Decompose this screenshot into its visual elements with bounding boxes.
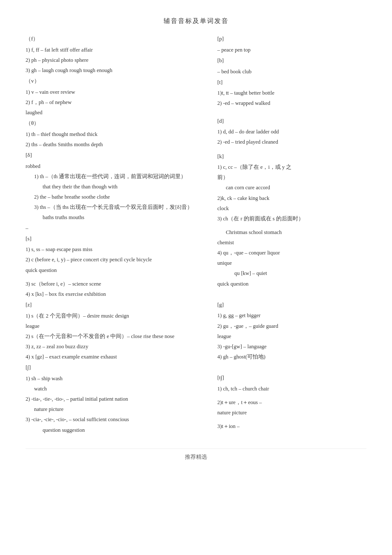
spacer	[217, 289, 366, 293]
content-line: 4) gh – ghost(可怕地)	[217, 352, 366, 362]
content-line: 3) sc（before i, e）– science scene	[26, 279, 209, 289]
section-header: [b]	[217, 55, 366, 66]
section-header: [δ]	[26, 150, 209, 161]
content-line: 1) ch, tch – church chair	[217, 384, 366, 394]
content-line: 2)t＋ure，t＋eous –	[217, 398, 366, 408]
content-line: unique	[217, 258, 366, 268]
content-line: 1) sh – ship wash	[26, 374, 209, 384]
content-line: 1)t, tt – taught better bottle	[217, 88, 366, 98]
content-line: 2) c (before e, i, y) – piece concert ci…	[26, 255, 209, 265]
content-line: 3) z, zz – zeal zoo buzz dizzy	[26, 342, 209, 352]
content-line: 2) the – bathe breathe soothe clothe	[26, 192, 209, 202]
section-header: [p]	[217, 34, 366, 44]
content-line: 1) c, cc –（除了在 e，i，或 y 之	[217, 162, 366, 172]
content-line: 3) -cia-, -cie-, -cio-, – social suffici…	[26, 415, 209, 425]
spacer	[217, 224, 366, 228]
section-header: （f）	[26, 34, 209, 44]
content-line: 3) gh – laugh cough rough tough enough	[26, 66, 209, 75]
section-header: [t]	[217, 77, 366, 88]
content-line: 1) v – vain over review	[26, 87, 209, 97]
content-line: qu [kw] – quiet	[217, 269, 366, 278]
content-line: – peace pen top	[217, 45, 366, 55]
content-line: clock	[217, 204, 366, 214]
content-line: 1) d, dd – do dear ladder odd	[217, 127, 366, 137]
spacer	[217, 362, 366, 366]
content-line: 2) -ed – tried played cleaned	[217, 137, 366, 147]
spacer	[26, 276, 209, 279]
content-line: 2) gu，-gue，– guide guard	[217, 321, 366, 331]
section-header: [s]	[26, 234, 209, 244]
content-line: question suggestion	[26, 425, 209, 435]
content-line: –	[26, 223, 209, 233]
spacer	[217, 366, 366, 369]
section-header: [g]	[217, 300, 366, 310]
spacer	[217, 394, 366, 398]
right-column: [p]– peace pen top[b]– bed book club[t]1…	[213, 34, 366, 436]
content-line: 4) qu，-que – conquer liquor	[217, 248, 366, 258]
content-line: 2) f，ph – of nephew	[26, 98, 209, 107]
section-header: [∫]	[26, 362, 209, 373]
left-column: （f）1) f, ff – fat left stiff offer affai…	[26, 34, 213, 436]
content-line: quick question	[26, 266, 209, 275]
content-line: baths truths mouths	[26, 213, 209, 223]
section-header: [k]	[217, 151, 366, 162]
content-line: nature picture	[26, 405, 209, 414]
spacer	[217, 293, 366, 296]
section-header: （v）	[26, 76, 209, 87]
section-header: （θ）	[26, 118, 209, 129]
content-line: 3) ths –（当 ths 出现在一个长元音或一个双元音后面时，发[δ]音）	[26, 202, 209, 212]
content-line: 1) s（在 2 个元音中间）– desire music design	[26, 311, 209, 321]
content-line: 3) -gu-[gw] – language	[217, 342, 366, 352]
content-line: Christmas school stomach	[217, 228, 366, 237]
content-line: 1) g, gg – get bigger	[217, 311, 366, 321]
content-line: league	[26, 321, 209, 331]
spacer	[217, 418, 366, 422]
content-line: 2) -tia-, -tie-, -tio-, – partial initia…	[26, 394, 209, 404]
content-line: – bed book club	[217, 67, 366, 77]
section-header: [d]	[217, 116, 366, 127]
spacer	[217, 369, 366, 373]
content-line: 1) th –（th 通常出现在一些代词，连词，前置词和冠词的词里）	[26, 172, 209, 182]
content-line: chemist	[217, 238, 366, 248]
spacer	[217, 296, 366, 300]
content-line: 3)t＋ion –	[217, 422, 366, 431]
content-line: 1) f, ff – fat left stiff offer affair	[26, 45, 209, 55]
content-line: 2) ph – physical photo sphere	[26, 55, 209, 65]
content-line: 4) x [ks] – box fix exercise exhibition	[26, 289, 209, 299]
content-line: that they their the than though with	[26, 182, 209, 192]
content-line: 1) th – thief thought method thick	[26, 130, 209, 139]
content-line: 前）	[217, 173, 366, 182]
content-line: 4) x [gz] – exact example examine exhaus…	[26, 352, 209, 362]
content-line: 2) s（在一个元音和一个不发音的 e 中间）– close rise thes…	[26, 332, 209, 341]
spacer	[217, 148, 366, 151]
section-header: [z]	[26, 300, 209, 310]
content-line: league	[217, 332, 366, 341]
content-line: watch	[26, 384, 209, 394]
content-line: can corn cure accord	[217, 183, 366, 193]
spacer	[217, 113, 366, 116]
content-line: robbed	[26, 162, 209, 171]
footer-text: 推荐精选	[26, 448, 366, 461]
content-line: quick question	[217, 279, 366, 289]
section-header: [t∫]	[217, 373, 366, 383]
content-line: laughed	[26, 108, 209, 118]
page-title: 辅音音标及单词发音	[26, 17, 366, 25]
content-line: 2)k, ck – cake king back	[217, 194, 366, 203]
content-line: 2) -ed – wrapped walked	[217, 98, 366, 108]
content-line: 2) ths – deaths Smiths months depth	[26, 140, 209, 150]
content-line: 3) ch（在 r 的前面或在 s 的后面时）	[217, 214, 366, 224]
spacer	[217, 109, 366, 113]
content-line: 1) s, ss – soap escape pass miss	[26, 245, 209, 254]
content-line: nature picture	[217, 408, 366, 418]
